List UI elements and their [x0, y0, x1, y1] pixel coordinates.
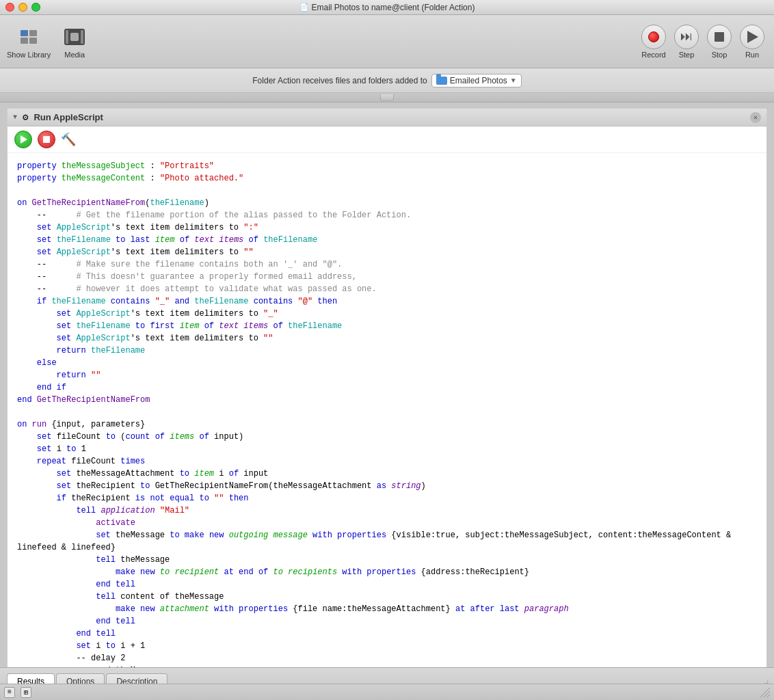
stop-square-icon: [43, 136, 50, 143]
code-line: set theMessage to make new outgoing mess…: [17, 529, 757, 554]
window-title: Email Photos to name@client (Folder Acti…: [312, 3, 475, 12]
code-line: [17, 185, 757, 197]
code-line: set AppleScript's text item delimiters t…: [17, 308, 757, 320]
applescript-icon: ⚙: [23, 111, 28, 123]
show-library-button[interactable]: Show Library: [7, 25, 51, 59]
folder-action-bar: Folder Action receives files and folders…: [0, 68, 774, 93]
show-library-label: Show Library: [7, 51, 51, 59]
resize-grip-corner-icon[interactable]: [760, 688, 770, 697]
divider: [0, 93, 774, 103]
code-line: end tell: [17, 628, 757, 640]
grid-view-button[interactable]: ⊞: [21, 687, 31, 698]
play-triangle-icon: [21, 135, 27, 144]
code-line: tell content of theMessage: [17, 591, 757, 603]
titlebar: 📄 Email Photos to name@client (Folder Ac…: [0, 0, 774, 15]
record-label: Record: [641, 51, 665, 59]
code-line: property theMessageSubject : "Portraits": [17, 160, 757, 172]
list-view-button[interactable]: ≡: [4, 687, 15, 698]
code-line: make new attachment with properties {fil…: [17, 603, 757, 615]
toolbar-right-group: Record ⏭ Step Stop Run: [639, 25, 767, 59]
stop-button[interactable]: Stop: [704, 25, 734, 59]
code-line: if theRecipient is not equal to "" then: [17, 492, 757, 504]
code-line: [17, 406, 757, 418]
hammer-icon[interactable]: 🔨: [61, 132, 76, 147]
code-line: -- # This doesn't guarantee a properly f…: [17, 271, 757, 283]
page-statusbar: ≡ ⊞: [0, 684, 774, 700]
toolbar-left-group: Show Library Media: [7, 25, 92, 59]
code-line: set AppleScript's text item delimiters t…: [17, 332, 757, 345]
document-icon: 📄: [299, 3, 309, 12]
main-content: ▼ ⚙ Run AppleScript ✕ 🔨 property theMess…: [0, 108, 774, 700]
code-line: set i to 1: [17, 443, 757, 455]
record-icon: [641, 25, 666, 49]
code-line: return "": [17, 369, 757, 381]
script-container: ▼ ⚙ Run AppleScript ✕ 🔨 property theMess…: [7, 108, 767, 700]
code-line: if theFilename contains "_" and theFilen…: [17, 295, 757, 308]
stop-label: Stop: [712, 51, 728, 59]
code-line: set theMessageAttachment to item i of in…: [17, 468, 757, 480]
window-controls[interactable]: [5, 3, 40, 12]
step-icon: ⏭: [674, 25, 699, 49]
main-toolbar: Show Library Media Record ⏭ Step: [0, 15, 774, 68]
code-line: on run {input, parameters}: [17, 418, 757, 431]
code-line: repeat fileCount times: [17, 455, 757, 468]
media-label: Media: [64, 51, 85, 59]
code-line: else: [17, 357, 757, 369]
svg-line-4: [764, 691, 770, 697]
step-button[interactable]: ⏭ Step: [671, 25, 702, 59]
code-line: end tell: [17, 578, 757, 591]
code-line: tell theMessage: [17, 554, 757, 566]
svg-line-5: [767, 695, 770, 697]
maximize-button[interactable]: [31, 3, 40, 12]
chevron-down-icon: ▼: [510, 77, 517, 84]
close-button[interactable]: [5, 3, 14, 12]
mini-stop-button[interactable]: [38, 131, 55, 148]
code-line: -- delay 2: [17, 652, 757, 664]
code-line: activate: [17, 517, 757, 529]
code-line: -- # Make sure the filename contains bot…: [17, 258, 757, 271]
library-icon: [16, 25, 41, 49]
mini-play-button[interactable]: [14, 131, 32, 148]
folder-dropdown-label: Emailed Photos: [450, 76, 507, 85]
code-line: end tell: [17, 615, 757, 628]
code-line: set theFilename to first item of text it…: [17, 320, 757, 332]
run-icon: [740, 25, 764, 49]
record-button[interactable]: Record: [639, 25, 669, 59]
record-dot: [648, 31, 659, 42]
code-line: end GetTheRecipientNameFrom: [17, 394, 757, 406]
folder-icon: [436, 77, 447, 85]
code-line: return theFilename: [17, 345, 757, 357]
stop-icon: [707, 25, 732, 49]
code-line: set theRecipient to GetTheRecipientNameF…: [17, 480, 757, 492]
code-line: set AppleScript's text item delimiters t…: [17, 221, 757, 234]
step-label: Step: [679, 51, 695, 59]
code-line: set theFilename to last item of text ite…: [17, 234, 757, 246]
collapse-arrow-icon[interactable]: ▼: [13, 113, 17, 121]
run-triangle: [747, 31, 758, 43]
code-line: make new to recipient at end of to recip…: [17, 566, 757, 578]
code-line: property theMessageContent : "Photo atta…: [17, 172, 757, 185]
script-header: ▼ ⚙ Run AppleScript ✕: [8, 109, 766, 126]
run-label: Run: [745, 51, 759, 59]
statusbar-controls: ≡ ⊞: [4, 687, 31, 698]
media-button[interactable]: Media: [57, 25, 92, 59]
code-line: set fileCount to (count of items of inpu…: [17, 431, 757, 443]
code-line: set i to i + 1: [17, 640, 757, 652]
script-title: Run AppleScript: [34, 112, 103, 122]
divider-notch[interactable]: [380, 94, 394, 101]
code-line: set AppleScript's text item delimiters t…: [17, 246, 757, 258]
minimize-button[interactable]: [18, 3, 27, 12]
code-line: on GetTheRecipientNameFrom(theFilename): [17, 197, 757, 209]
code-line: end if: [17, 381, 757, 394]
code-line: tell application "Mail": [17, 504, 757, 517]
media-icon: [62, 25, 87, 49]
code-editor[interactable]: property theMessageSubject : "Portraits"…: [8, 153, 766, 700]
code-line: -- # Get the filename portion of the ali…: [17, 209, 757, 221]
folder-action-text: Folder Action receives files and folders…: [252, 76, 427, 85]
code-line: -- # however it does attempt to validate…: [17, 283, 757, 295]
script-close-button[interactable]: ✕: [750, 112, 761, 123]
stop-square: [715, 32, 724, 42]
run-button[interactable]: Run: [737, 25, 767, 59]
script-mini-toolbar: 🔨: [8, 126, 766, 153]
folder-dropdown[interactable]: Emailed Photos ▼: [431, 74, 522, 88]
